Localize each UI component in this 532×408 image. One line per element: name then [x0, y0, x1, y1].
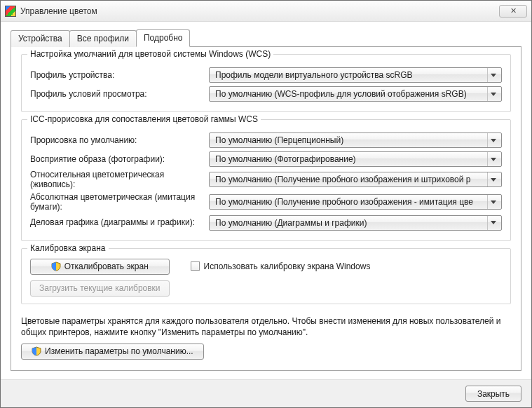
device-profile-label: Профиль устройства:: [30, 70, 209, 80]
close-dialog-label: Закрыть: [477, 389, 510, 399]
close-button[interactable]: ✕: [499, 5, 527, 18]
abs-color-value: По умолчанию (Получение пробного изображ…: [215, 197, 484, 207]
group-icc-rendering: ICC-прорисовка для сопоставления цветово…: [21, 119, 511, 241]
business-combo[interactable]: По умолчанию (Диаграммы и графики): [209, 215, 502, 231]
change-defaults-label: Изменить параметры по умолчанию...: [45, 346, 193, 356]
content-area: Устройства Все профили Подробно Настройк…: [1, 22, 531, 379]
footer: Закрыть: [1, 379, 531, 407]
tab-strip: Устройства Все профили Подробно: [11, 29, 521, 46]
perceptual-combo[interactable]: По умолчанию (Фотографирование): [209, 151, 502, 167]
close-icon: ✕: [510, 6, 517, 15]
titlebar: Управление цветом ✕: [1, 1, 531, 22]
tab-devices[interactable]: Устройства: [11, 30, 70, 47]
abs-color-combo[interactable]: По умолчанию (Получение пробного изображ…: [209, 194, 502, 210]
note-text: Цветовые параметры хранятся для каждого …: [21, 315, 511, 338]
perceptual-label: Восприятие образа (фотографии):: [30, 154, 209, 164]
device-profile-combo[interactable]: Профиль модели виртуального устройства s…: [209, 67, 502, 83]
change-defaults-button[interactable]: Изменить параметры по умолчанию...: [21, 344, 204, 360]
business-label: Деловая графика (диаграммы и графики):: [30, 217, 209, 227]
business-value: По умолчанию (Диаграммы и графики): [215, 218, 484, 228]
default-render-combo[interactable]: По умолчанию (Перцепционный): [209, 132, 502, 148]
chevron-down-icon: [487, 216, 498, 230]
close-dialog-button[interactable]: Закрыть: [465, 386, 521, 402]
calibrate-screen-button[interactable]: Откалибровать экран: [30, 259, 170, 275]
rel-color-combo[interactable]: По умолчанию (Получение пробного изображ…: [209, 172, 502, 187]
abs-color-label: Абсолютная цветометрическая (имитация бу…: [30, 192, 209, 212]
calibrate-screen-label: Откалибровать экран: [64, 261, 149, 271]
use-windows-calibration-checkbox[interactable]: [191, 261, 200, 271]
shield-icon: [51, 261, 61, 271]
viewing-profile-combo[interactable]: По умолчанию (WCS-профиль для условий от…: [209, 86, 502, 102]
viewing-profile-label: Профиль условий просмотра:: [30, 89, 209, 99]
chevron-down-icon: [487, 133, 498, 147]
tab-panel-advanced: Настройка умолчаний для цветовой системы…: [11, 46, 521, 371]
group-calibration: Калибровка экрана Откалибровать экран За…: [21, 248, 511, 304]
tab-advanced[interactable]: Подробно: [136, 29, 191, 47]
use-windows-calibration-label: Использовать калибровку экрана Windows: [204, 261, 371, 271]
chevron-down-icon: [487, 87, 498, 101]
load-calibrations-label: Загрузить текущие калибровки: [39, 283, 161, 293]
group-icc-title: ICC-прорисовка для сопоставления цветово…: [27, 114, 261, 124]
rel-color-label: Относительная цветометрическая (живопись…: [30, 170, 209, 190]
default-render-label: Прорисовка по умолчанию:: [30, 135, 209, 145]
shield-icon: [32, 346, 41, 356]
tab-all-profiles[interactable]: Все профили: [69, 30, 137, 47]
group-wcs-defaults: Настройка умолчаний для цветовой системы…: [21, 54, 511, 112]
chevron-down-icon: [487, 68, 498, 82]
default-render-value: По умолчанию (Перцепционный): [215, 135, 484, 145]
load-calibrations-button: Загрузить текущие калибровки: [30, 280, 170, 297]
chevron-down-icon: [487, 172, 498, 186]
app-icon: [5, 6, 16, 17]
group-calibration-title: Калибровка экрана: [27, 243, 109, 253]
viewing-profile-value: По умолчанию (WCS-профиль для условий от…: [215, 89, 484, 99]
perceptual-value: По умолчанию (Фотографирование): [215, 154, 484, 164]
color-management-window: Управление цветом ✕ Устройства Все профи…: [0, 0, 532, 408]
rel-color-value: По умолчанию (Получение пробного изображ…: [215, 175, 484, 184]
chevron-down-icon: [487, 152, 498, 166]
window-title: Управление цветом: [20, 6, 499, 16]
device-profile-value: Профиль модели виртуального устройства s…: [215, 70, 484, 80]
chevron-down-icon: [487, 195, 498, 209]
group-wcs-title: Настройка умолчаний для цветовой системы…: [27, 49, 273, 59]
